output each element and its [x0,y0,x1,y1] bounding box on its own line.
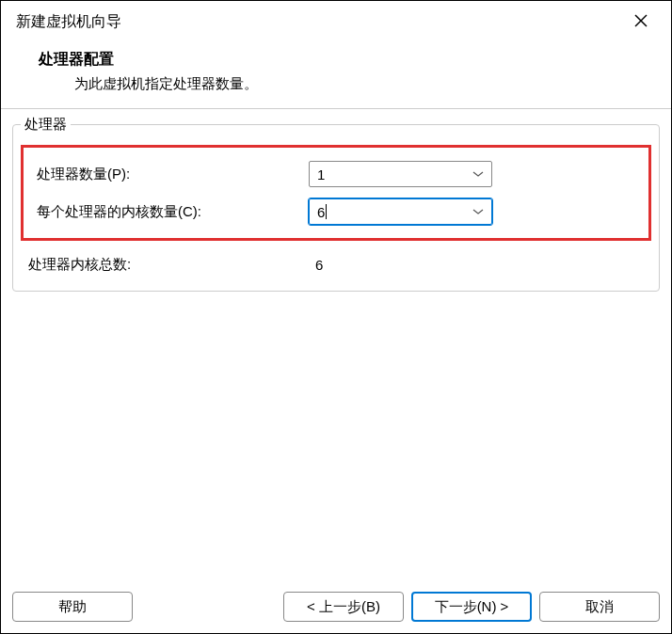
button-bar: 帮助 < 上一步(B) 下一步(N) > 取消 [1,592,671,622]
content-area: 处理器 处理器数量(P): 1 每个处理器的内核数量(C): 6 [1,109,671,292]
highlight-box: 处理器数量(P): 1 每个处理器的内核数量(C): 6 [21,145,651,241]
chevron-down-icon [472,170,484,178]
header-title: 处理器配置 [39,50,656,70]
text-caret [326,204,327,219]
total-label: 处理器内核总数: [28,256,308,274]
cores-row: 每个处理器的内核数量(C): 6 [31,193,641,230]
close-icon[interactable] [626,8,656,35]
total-row: 处理器内核总数: 6 [13,248,659,279]
next-button[interactable]: 下一步(N) > [411,592,532,622]
processors-row: 处理器数量(P): 1 [31,155,641,193]
cancel-button[interactable]: 取消 [539,592,660,622]
help-button[interactable]: 帮助 [12,592,133,622]
processors-fieldset: 处理器 处理器数量(P): 1 每个处理器的内核数量(C): 6 [12,124,660,292]
header-subtitle: 为此虚拟机指定处理器数量。 [39,75,656,93]
window-title: 新建虚拟机向导 [16,12,121,32]
chevron-down-icon [472,208,484,215]
cores-value: 6 [317,204,325,220]
back-button[interactable]: < 上一步(B) [283,592,404,622]
processors-value: 1 [317,166,325,182]
title-bar: 新建虚拟机向导 [1,1,671,39]
processors-label: 处理器数量(P): [31,166,309,183]
cores-dropdown[interactable]: 6 [309,198,492,225]
processors-dropdown[interactable]: 1 [309,161,492,187]
total-value: 6 [308,257,323,273]
fieldset-legend: 处理器 [21,116,71,134]
cores-label: 每个处理器的内核数量(C): [31,203,309,221]
wizard-header: 处理器配置 为此虚拟机指定处理器数量。 [1,39,671,108]
